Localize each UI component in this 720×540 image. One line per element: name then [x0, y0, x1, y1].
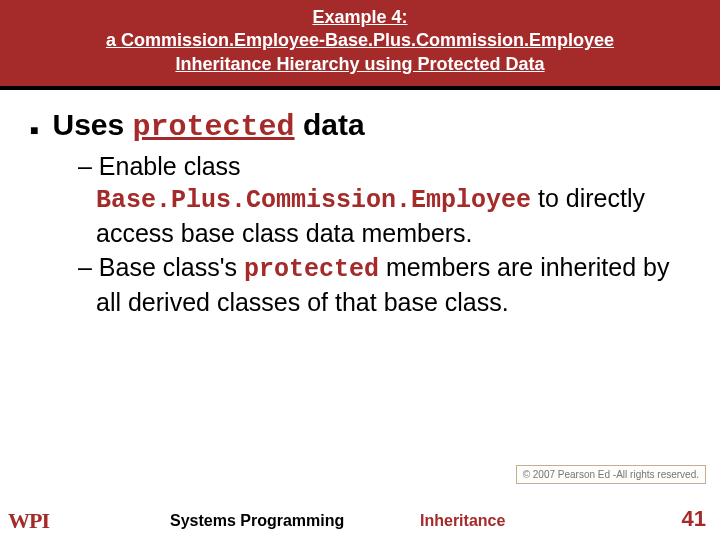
sub1-text-a: Enable class	[99, 152, 241, 180]
bullet-main-text: Uses protected data	[52, 108, 364, 144]
footer-topic: Inheritance	[420, 512, 505, 530]
title-line-1: Example 4:	[10, 6, 710, 29]
wpi-logo: WPI	[8, 508, 49, 534]
page-number: 41	[682, 506, 706, 532]
slide-title: Example 4: a Commission.Employee-Base.Pl…	[0, 0, 720, 90]
keyword-protected-2: protected	[244, 255, 379, 284]
bullet-square-icon: ■	[30, 122, 38, 138]
keyword-baseplus: Base.Plus.Commission.Employee	[96, 186, 531, 215]
copyright-notice: © 2007 Pearson Ed -All rights reserved.	[516, 465, 706, 484]
text-uses-post: data	[295, 108, 365, 141]
slide-footer: WPI Systems Programming Inheritance 41	[0, 500, 720, 540]
sub-bullet-2: – Base class's protected members are inh…	[96, 251, 670, 318]
slide-body: ■ Uses protected data – Enable class Bas…	[0, 90, 720, 318]
footer-course: Systems Programming	[170, 512, 344, 530]
sub-bullet-list: – Enable class Base.Plus.Commission.Empl…	[20, 150, 700, 318]
keyword-protected: protected	[133, 110, 295, 144]
title-line-3: Inheritance Hierarchy using Protected Da…	[10, 53, 710, 76]
text-uses-pre: Uses	[52, 108, 132, 141]
sub-bullet-1: – Enable class Base.Plus.Commission.Empl…	[96, 150, 670, 249]
title-line-2: a Commission.Employee-Base.Plus.Commissi…	[10, 29, 710, 52]
sub2-text-a: Base class's	[99, 253, 244, 281]
bullet-main: ■ Uses protected data	[20, 108, 700, 144]
